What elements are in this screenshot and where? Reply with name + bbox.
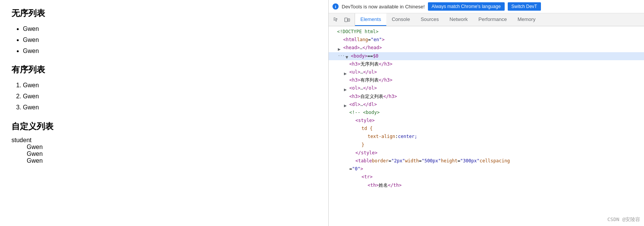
css-text-align: text-align: center; — [329, 133, 644, 141]
html-tag: <html lang="en"> — [329, 36, 644, 44]
heading-custom: 自定义列表 — [11, 121, 317, 132]
inspect-element-button[interactable] — [332, 14, 341, 25]
svg-rect-0 — [345, 18, 347, 22]
switch-devtools-button[interactable]: Switch DevT — [508, 2, 541, 11]
css-td-rule: td { — [329, 125, 644, 133]
comment-body: <!-- <body> — [329, 109, 644, 117]
expand-arrow-ul[interactable]: ▶ — [344, 70, 349, 75]
html-body-highlighted[interactable]: ··· ▼ <body> == $0 — [329, 52, 644, 60]
definition-list: student Gwen Gwen Gwen — [11, 137, 317, 164]
html-head-collapsed[interactable]: ▶ <head>…</head> — [329, 44, 644, 52]
table-tag: <table border="2px" width = "500px" heig… — [329, 157, 644, 165]
expand-arrow-body[interactable]: ▼ — [345, 54, 350, 58]
style-tag-open: <style> — [329, 117, 644, 125]
match-language-button[interactable]: Always match Chrome's language — [428, 2, 505, 11]
device-toggle-button[interactable] — [342, 14, 352, 25]
list-item: Gwen — [23, 46, 317, 57]
heading-unordered: 无序列表 — [11, 8, 317, 19]
html-doctype: <!DOCTYPE html> — [329, 28, 644, 36]
expand-arrow-dl[interactable]: ▶ — [344, 102, 349, 107]
list-item: Gwen — [23, 91, 317, 102]
dl-definition: Gwen — [11, 144, 317, 151]
devtools-tabs: Elements Console Sources Network Perform… — [355, 13, 644, 26]
h3-unordered: <h3>无序列表</h3> — [329, 60, 644, 68]
tab-network[interactable]: Network — [444, 13, 473, 26]
tab-performance[interactable]: Performance — [473, 13, 512, 26]
dl-definition: Gwen — [11, 157, 317, 164]
list-item: Gwen — [23, 35, 317, 46]
tr-tag: <tr> — [329, 173, 644, 181]
svg-rect-1 — [348, 19, 350, 21]
expand-arrow[interactable]: ▶ — [338, 46, 342, 50]
page-content: 无序列表 Gwen Gwen Gwen 有序列表 Gwen Gwen Gwen … — [0, 0, 328, 226]
devtools-infobar: i DevTools is now available in Chinese! … — [329, 0, 644, 13]
dl-collapsed[interactable]: ▶ <dl>…</dl> — [329, 101, 644, 109]
unordered-list: Gwen Gwen Gwen — [23, 24, 317, 56]
ordered-list: Gwen Gwen Gwen — [23, 80, 317, 113]
list-item: Gwen — [23, 80, 317, 91]
heading-ordered: 有序列表 — [11, 64, 317, 75]
style-tag-close: </style> — [329, 149, 644, 157]
h3-custom: <h3>自定义列表</h3> — [329, 93, 644, 101]
info-icon: i — [332, 3, 339, 10]
list-item: Gwen — [23, 24, 317, 35]
tab-memory[interactable]: Memory — [512, 13, 541, 26]
table-tag-cont: = "0"> — [329, 165, 644, 173]
toolbar-icons — [329, 13, 355, 26]
tab-sources[interactable]: Sources — [415, 13, 444, 26]
dl-definition: Gwen — [11, 151, 317, 157]
css-close-brace: } — [329, 141, 644, 149]
tab-elements[interactable]: Elements — [355, 13, 386, 26]
h3-ordered: <h3>有序列表</h3> — [329, 76, 644, 84]
infobar-message: DevTools is now available in Chinese! — [342, 4, 425, 10]
list-item: Gwen — [23, 102, 317, 113]
watermark: CSDN @安陵容 — [607, 216, 640, 223]
dl-term: student — [11, 137, 317, 144]
tab-console[interactable]: Console — [386, 13, 415, 26]
ul-collapsed[interactable]: ▶ <ul>…</ul> — [329, 68, 644, 76]
th-tag: <th>姓名</th> — [329, 181, 644, 189]
devtools-toolbar: Elements Console Sources Network Perform… — [329, 13, 644, 26]
devtools-panel: i DevTools is now available in Chinese! … — [328, 0, 644, 226]
elements-panel[interactable]: <!DOCTYPE html> <html lang="en"> ▶ <head… — [329, 26, 644, 226]
ol-collapsed[interactable]: ▶ <ol>…</ol> — [329, 84, 644, 92]
line-number: ··· — [338, 53, 345, 59]
expand-arrow-ol[interactable]: ▶ — [344, 86, 349, 91]
